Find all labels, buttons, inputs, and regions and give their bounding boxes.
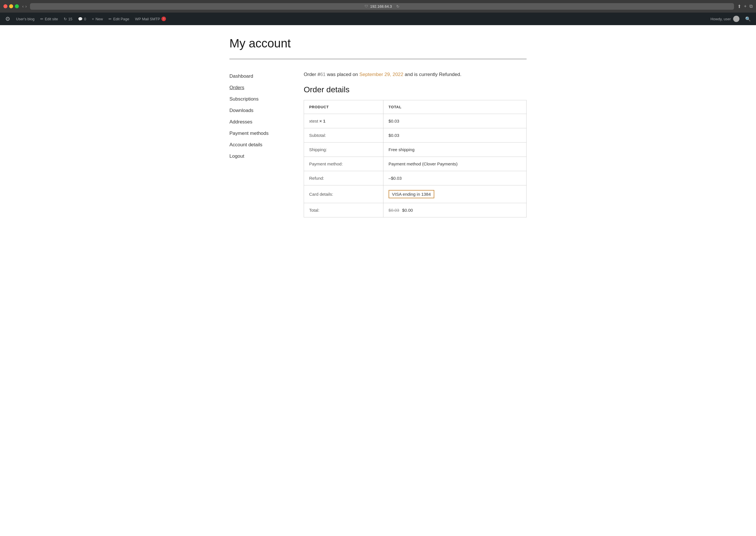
col-total: TOTAL: [383, 100, 526, 114]
refund-value: –$0.03: [383, 171, 526, 185]
refund-label: Refund:: [304, 171, 383, 185]
wp-logo-button[interactable]: ⚙: [2, 13, 13, 25]
divider: [229, 59, 527, 59]
traffic-lights: [3, 4, 19, 8]
page-content: My account Dashboard Orders Subscription…: [221, 25, 535, 229]
account-main: Order #61 was placed on September 29, 20…: [304, 71, 527, 218]
total-original: $0.03: [389, 208, 399, 213]
total-value: $0.03 $0.00: [383, 203, 526, 218]
users-blog-label: User's blog: [16, 17, 35, 21]
wp-logo-icon: ⚙: [5, 16, 10, 22]
browser-navigation: ‹ ›: [22, 4, 27, 9]
edit-site-icon: ✏: [40, 17, 44, 21]
revisions-icon: ↻: [64, 17, 67, 21]
url-text: 192.168.64.3: [370, 4, 392, 9]
shipping-value: Free shipping: [383, 143, 526, 157]
col-product: PRODUCT: [304, 100, 383, 114]
table-row: Subtotal: $0.03: [304, 128, 527, 143]
address-bar[interactable]: 🛡 192.168.64.3 ↻: [30, 3, 734, 10]
tabs-icon[interactable]: ⧉: [749, 4, 753, 9]
page-title: My account: [229, 37, 527, 50]
nav-payment-methods[interactable]: Payment methods: [229, 128, 286, 139]
nav-subscriptions[interactable]: Subscriptions: [229, 93, 286, 105]
maximize-button[interactable]: [15, 4, 19, 8]
shield-icon: 🛡: [365, 4, 368, 8]
visa-badge: VISA ending in 1384: [389, 190, 434, 198]
subtotal-value: $0.03: [383, 128, 526, 143]
new-label: New: [95, 17, 103, 21]
new-link[interactable]: + New: [89, 13, 106, 25]
wp-mail-smtp-link[interactable]: WP Mail SMTP !: [132, 13, 169, 25]
avatar: [733, 16, 740, 22]
order-date-link[interactable]: September 29, 2022: [359, 72, 404, 77]
minimize-button[interactable]: [9, 4, 13, 8]
nav-account-details[interactable]: Account details: [229, 139, 286, 151]
product-name: xtest × 1: [304, 114, 383, 128]
order-middle: was placed on: [326, 72, 359, 77]
subtotal-label: Subtotal:: [304, 128, 383, 143]
edit-page-icon: ✏: [109, 17, 112, 21]
shipping-label: Shipping:: [304, 143, 383, 157]
table-row: Shipping: Free shipping: [304, 143, 527, 157]
nav-dashboard[interactable]: Dashboard: [229, 71, 286, 82]
order-end: and is currently: [404, 72, 439, 77]
wp-mail-label: WP Mail SMTP: [135, 17, 160, 21]
table-row: Refund: –$0.03: [304, 171, 527, 185]
edit-site-label: Edit site: [45, 17, 58, 21]
order-period: .: [460, 72, 461, 77]
back-button[interactable]: ‹: [22, 4, 24, 9]
order-status-link[interactable]: Refunded: [439, 72, 460, 77]
forward-button[interactable]: ›: [25, 4, 27, 9]
order-prefix: Order #: [304, 72, 320, 77]
table-row: Total: $0.03 $0.00: [304, 203, 527, 218]
wp-admin-bar: ⚙ User's blog ✏ Edit site ↻ 15 💬 0 + New…: [0, 13, 756, 25]
table-row: xtest × 1 $0.03: [304, 114, 527, 128]
total-new: $0.00: [402, 208, 413, 213]
new-icon: +: [92, 17, 94, 21]
edit-page-link[interactable]: ✏ Edit Page: [106, 13, 132, 25]
account-layout: Dashboard Orders Subscriptions Downloads…: [229, 71, 527, 218]
nav-orders[interactable]: Orders: [229, 82, 286, 93]
search-icon[interactable]: 🔍: [742, 16, 754, 22]
payment-method-label: Payment method:: [304, 157, 383, 171]
table-row: Payment method: Payment method (Clover P…: [304, 157, 527, 171]
account-nav: Dashboard Orders Subscriptions Downloads…: [229, 71, 286, 218]
browser-actions: ⬆ + ⧉: [738, 4, 753, 9]
product-total: $0.03: [383, 114, 526, 128]
browser-chrome: ‹ › 🛡 192.168.64.3 ↻ ⬆ + ⧉: [0, 0, 756, 13]
payment-method-value: Payment method (Clover Payments): [383, 157, 526, 171]
close-button[interactable]: [3, 4, 8, 8]
revisions-link[interactable]: ↻ 15: [61, 13, 75, 25]
reload-icon[interactable]: ↻: [396, 4, 399, 9]
order-table: PRODUCT TOTAL xtest × 1 $0.03 Subtotal: …: [304, 100, 527, 218]
howdy-text: Howdy, user: [710, 17, 731, 21]
order-details-title: Order details: [304, 85, 527, 94]
nav-logout[interactable]: Logout: [229, 151, 286, 162]
users-blog-link[interactable]: User's blog: [13, 13, 37, 25]
table-row: Card details: VISA ending in 1384: [304, 185, 527, 203]
share-icon[interactable]: ⬆: [738, 4, 741, 9]
howdy-section: Howdy, user: [708, 16, 742, 22]
product-qty: × 1: [319, 118, 325, 123]
edit-page-label: Edit Page: [113, 17, 129, 21]
comments-count: 0: [84, 17, 86, 21]
smtp-badge: !: [161, 17, 166, 21]
total-label: Total:: [304, 203, 383, 218]
order-summary: Order #61 was placed on September 29, 20…: [304, 71, 527, 78]
edit-site-link[interactable]: ✏ Edit site: [37, 13, 61, 25]
nav-downloads[interactable]: Downloads: [229, 105, 286, 116]
new-tab-icon[interactable]: +: [744, 4, 746, 9]
order-number-link[interactable]: 61: [320, 72, 326, 77]
card-details-value: VISA ending in 1384: [383, 185, 526, 203]
revisions-count: 15: [68, 17, 72, 21]
comments-icon: 💬: [78, 17, 82, 21]
card-details-label: Card details:: [304, 185, 383, 203]
nav-addresses[interactable]: Addresses: [229, 116, 286, 128]
comments-link[interactable]: 💬 0: [75, 13, 89, 25]
